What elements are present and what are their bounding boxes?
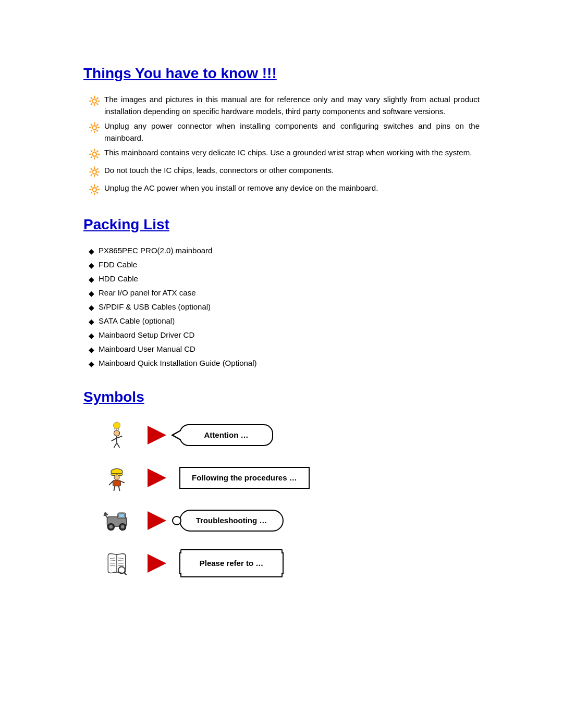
list-item: 🔆 Do not touch the IC chips, leads, conn… bbox=[89, 165, 480, 179]
list-item: ◆ S/PDIF & USB Cables (optional) bbox=[89, 301, 480, 313]
list-item-text: Mainbaord Setup Driver CD bbox=[99, 329, 194, 341]
list-item-text: SATA Cable (optional) bbox=[99, 315, 175, 327]
trouble-label: Troubleshooting … bbox=[196, 516, 267, 525]
book-icon bbox=[103, 550, 130, 577]
svg-point-22 bbox=[109, 525, 113, 529]
bullet-icon: 🔆 bbox=[89, 94, 100, 108]
list-item: ◆ FDD Cable bbox=[89, 259, 480, 271]
list-item-text: This mainboard contains very delicate IC… bbox=[104, 147, 472, 159]
diamond-icon: ◆ bbox=[89, 274, 94, 285]
svg-point-12 bbox=[114, 475, 119, 480]
red-arrow-trouble bbox=[148, 511, 166, 530]
list-item: ◆ PX865PEC PRO(2.0) mainboard bbox=[89, 245, 480, 257]
red-arrow-attention bbox=[148, 426, 166, 445]
svg-line-8 bbox=[114, 443, 117, 448]
packing-list: ◆ PX865PEC PRO(2.0) mainboard ◆ FDD Cabl… bbox=[83, 245, 480, 369]
packing-section: Packing List ◆ PX865PEC PRO(2.0) mainboa… bbox=[83, 214, 480, 369]
svg-line-9 bbox=[117, 443, 120, 448]
list-item: ◆ SATA Cable (optional) bbox=[89, 315, 480, 327]
list-item-text: Unplug any power connector when installi… bbox=[104, 120, 480, 144]
attention-icon-box bbox=[99, 419, 134, 451]
diamond-icon: ◆ bbox=[89, 344, 94, 355]
attention-label: Attention … bbox=[204, 430, 249, 439]
arrow-icon bbox=[144, 427, 170, 443]
list-item: 🔆 This mainboard contains very delicate … bbox=[89, 147, 480, 162]
refer-ribbon: Please refer to … bbox=[179, 552, 284, 575]
list-item: ◆ Mainboard Quick Installation Guide (Op… bbox=[89, 357, 480, 369]
svg-point-4 bbox=[114, 430, 119, 436]
things-section: Things You have to know !!! 🔆 The images… bbox=[83, 63, 480, 197]
svg-line-14 bbox=[109, 482, 113, 485]
symbols-grid: Attention … bbox=[83, 417, 480, 581]
svg-rect-20 bbox=[119, 514, 125, 517]
svg-line-16 bbox=[114, 486, 115, 491]
list-item-text: Mainboard User Manual CD bbox=[99, 343, 195, 355]
list-item-text: S/PDIF & USB Cables (optional) bbox=[99, 301, 211, 313]
diamond-icon: ◆ bbox=[89, 260, 94, 271]
svg-rect-13 bbox=[113, 480, 121, 486]
list-item: 🔆 The images and pictures in this manual… bbox=[89, 94, 480, 117]
symbol-row-trouble: Troubleshooting … bbox=[99, 503, 480, 538]
machine-icon bbox=[103, 507, 130, 534]
svg-line-17 bbox=[119, 486, 120, 491]
svg-marker-26 bbox=[104, 512, 108, 515]
list-item: ◆ Mainbaord Setup Driver CD bbox=[89, 329, 480, 341]
list-item-text: FDD Cable bbox=[99, 259, 137, 271]
diamond-icon: ◆ bbox=[89, 359, 94, 369]
list-item: ◆ HDD Cable bbox=[89, 273, 480, 285]
attention-bubble: Attention … bbox=[179, 424, 273, 447]
following-label: Following the procedures … bbox=[192, 473, 297, 482]
svg-point-24 bbox=[121, 525, 125, 529]
things-list: 🔆 The images and pictures in this manual… bbox=[83, 94, 480, 197]
list-item-text: PX865PEC PRO(2.0) mainboard bbox=[99, 245, 212, 257]
red-arrow-following bbox=[148, 468, 166, 487]
refer-label: Please refer to … bbox=[200, 559, 264, 567]
bullet-icon: 🔆 bbox=[89, 183, 100, 197]
red-arrow-refer bbox=[148, 554, 166, 573]
symbols-section: Symbols bbox=[83, 386, 480, 581]
bullet-icon: 🔆 bbox=[89, 165, 100, 179]
arrow-icon bbox=[144, 513, 170, 528]
packing-title: Packing List bbox=[83, 214, 480, 236]
arrow-icon bbox=[144, 556, 170, 571]
page: Things You have to know !!! 🔆 The images… bbox=[0, 0, 563, 728]
svg-line-15 bbox=[120, 482, 124, 483]
symbol-row-attention: Attention … bbox=[99, 417, 480, 453]
symbols-title: Symbols bbox=[83, 386, 480, 408]
hardhat-person-icon bbox=[103, 464, 130, 491]
following-icon-box bbox=[99, 462, 134, 494]
diamond-icon: ◆ bbox=[89, 246, 94, 257]
trouble-bubble: Troubleshooting … bbox=[179, 510, 284, 532]
arrow-icon bbox=[144, 470, 170, 486]
lightbulb-person-icon bbox=[103, 422, 130, 449]
following-box: Following the procedures … bbox=[179, 467, 310, 489]
svg-line-37 bbox=[124, 573, 127, 575]
list-item-text: HDD Cable bbox=[99, 273, 138, 285]
svg-line-7 bbox=[117, 436, 122, 438]
symbol-row-refer: Please refer to … bbox=[99, 546, 480, 581]
diamond-icon: ◆ bbox=[89, 302, 94, 313]
trouble-icon-box bbox=[99, 504, 134, 537]
symbol-row-following: Following the procedures … bbox=[99, 460, 480, 496]
list-item: ◆ Mainboard User Manual CD bbox=[89, 343, 480, 355]
diamond-icon: ◆ bbox=[89, 316, 94, 327]
bullet-icon: 🔆 bbox=[89, 147, 100, 162]
list-item: ◆ Rear I/O panel for ATX case bbox=[89, 287, 480, 299]
refer-icon-box bbox=[99, 547, 134, 579]
diamond-icon: ◆ bbox=[89, 330, 94, 341]
list-item-text: Unplug the AC power when you install or … bbox=[104, 182, 378, 194]
list-item: 🔆 Unplug the AC power when you install o… bbox=[89, 182, 480, 197]
bullet-icon: 🔆 bbox=[89, 121, 100, 135]
svg-line-6 bbox=[112, 438, 117, 441]
list-item-text: Do not touch the IC chips, leads, connec… bbox=[104, 165, 334, 177]
list-item: 🔆 Unplug any power connector when instal… bbox=[89, 120, 480, 144]
svg-point-0 bbox=[114, 422, 120, 429]
list-item-text: Rear I/O panel for ATX case bbox=[99, 287, 195, 299]
list-item-text: The images and pictures in this manual a… bbox=[104, 94, 480, 117]
diamond-icon: ◆ bbox=[89, 288, 94, 299]
list-item-text: Mainboard Quick Installation Guide (Opti… bbox=[99, 357, 257, 369]
things-title: Things You have to know !!! bbox=[83, 63, 480, 84]
